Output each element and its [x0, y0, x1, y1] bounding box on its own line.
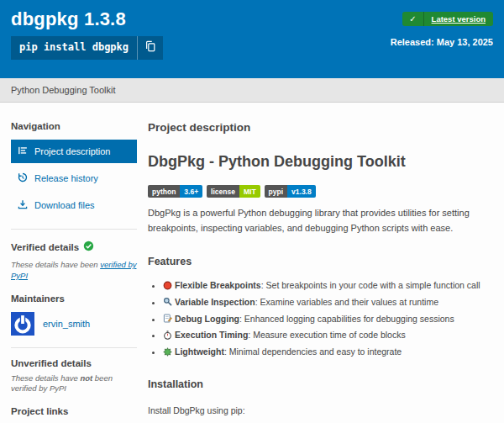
feature-name: Variable Inspection [175, 297, 255, 307]
sidebar-item-project-description[interactable]: Project description [11, 140, 137, 163]
features-title: Features [148, 256, 490, 267]
pip-command-box: pip install dbgpkg [11, 36, 163, 60]
package-header: dbgpkg 1.3.8 pip install dbgpkg ✓ Latest… [0, 0, 504, 78]
badge-value: 3.6+ [180, 185, 202, 198]
feature-name: Lightweight [175, 346, 224, 357]
installation-text: Install DbgPkg using pip: [148, 405, 490, 415]
pip-command-text: pip install dbgpkg [11, 36, 137, 60]
navigation-list: Project description Release history [11, 140, 137, 217]
microbe-icon [163, 346, 175, 357]
red-circle-icon [163, 280, 175, 290]
badge-label: python [148, 185, 180, 198]
feature-text: : Enhanced logging capabilities for debu… [239, 314, 454, 324]
stopwatch-icon [163, 330, 175, 340]
project-heading: DbgPkg - Python Debugging Toolkit [148, 153, 490, 171]
download-icon [18, 199, 28, 211]
pypi-badge: pypi v1.3.8 [265, 185, 316, 198]
latest-version-label: Latest version [424, 12, 493, 26]
latest-version-badge[interactable]: ✓ Latest version [402, 12, 493, 26]
unverified-note: These details have not been verified by … [11, 373, 137, 395]
verified-details-title: Verified details [11, 242, 79, 252]
python-badge: python 3.6+ [148, 185, 202, 198]
feature-name: Execution Timing [175, 330, 248, 340]
summary-banner: Python Debugging Toolkit [0, 78, 504, 103]
feature-text: : Examine variables and their values at … [255, 297, 438, 307]
maintainer-row: ervin_smith [11, 312, 137, 336]
badge-label: pypi [265, 185, 287, 198]
align-left-icon [18, 145, 28, 157]
verified-note: These details have been verified by PyPI [11, 260, 137, 282]
unverified-note-text: These details have [11, 373, 80, 383]
sidebar-item-label: Download files [34, 200, 95, 210]
maintainer-avatar[interactable] [11, 312, 34, 336]
verified-note-text: These details have been [11, 260, 100, 269]
released-date: Released: May 13, 2025 [391, 37, 493, 47]
main-content: Project description DbgPkg - Python Debu… [137, 121, 504, 423]
copy-button[interactable] [137, 36, 163, 60]
magnifier-icon [163, 297, 175, 307]
package-summary: Python Debugging Toolkit [11, 85, 116, 95]
memo-icon [163, 314, 175, 324]
feature-item: Execution Timing: Measure execution time… [163, 329, 490, 341]
license-badge: license MIT [207, 185, 260, 198]
sidebar-divider [11, 347, 137, 348]
project-links-title: Project links [11, 406, 137, 416]
feature-text: : Minimal dependencies and easy to integ… [224, 346, 402, 357]
feature-name: Flexible Breakpoints [175, 280, 261, 290]
badges-row: python 3.6+ license MIT pypi v1.3.8 [148, 185, 490, 198]
feature-item: Variable Inspection: Examine variables a… [163, 296, 490, 309]
check-icon: ✓ [402, 12, 423, 26]
verified-check-icon [83, 240, 94, 255]
badge-value: v1.3.8 [287, 185, 316, 198]
feature-text: : Measure execution time of code blocks [248, 330, 405, 340]
unverified-details-title: Unverified details [11, 358, 137, 368]
section-title: Project description [148, 121, 490, 134]
unverified-note-bold: not [80, 373, 92, 383]
feature-item: Flexible Breakpoints: Set breakpoints in… [163, 279, 490, 292]
sidebar-item-release-history[interactable]: Release history [11, 167, 137, 190]
badge-value: MIT [239, 185, 260, 198]
maintainer-link[interactable]: ervin_smith [43, 319, 90, 329]
maintainers-title: Maintainers [11, 293, 137, 304]
badge-label: license [207, 185, 239, 198]
intro-paragraph: DbgPkg is a powerful Python debugging li… [148, 206, 490, 235]
feature-item: Lightweight: Minimal dependencies and ea… [163, 346, 490, 358]
feature-text: : Set breakpoints in your code with a si… [261, 280, 480, 290]
sidebar-divider [11, 229, 137, 230]
sidebar-item-download-files[interactable]: Download files [11, 193, 137, 217]
sidebar-item-label: Project description [34, 146, 111, 156]
features-list: Flexible Breakpoints: Set breakpoints in… [163, 279, 490, 358]
feature-item: Debug Logging: Enhanced logging capabili… [163, 313, 490, 325]
sidebar: Navigation Project description [0, 121, 137, 423]
navigation-title: Navigation [11, 121, 137, 131]
feature-name: Debug Logging [175, 314, 239, 324]
installation-title: Installation [148, 378, 490, 390]
copy-icon [144, 40, 156, 56]
history-icon [18, 172, 28, 184]
sidebar-item-label: Release history [34, 173, 98, 183]
